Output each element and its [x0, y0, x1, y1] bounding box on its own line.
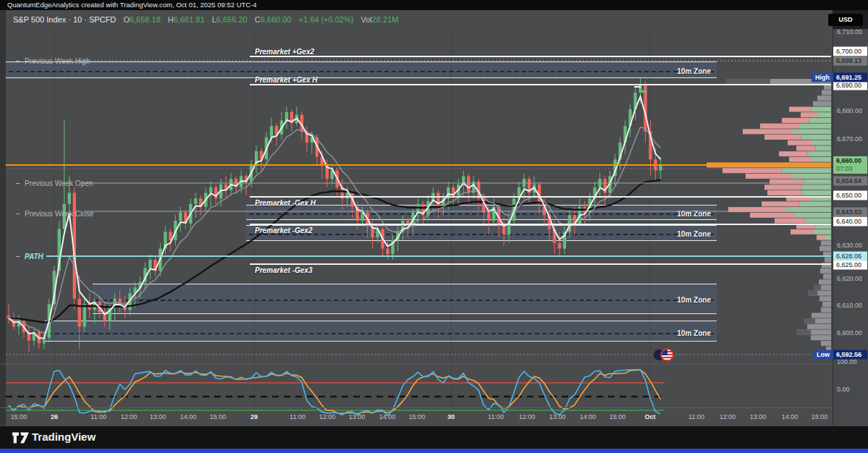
high-tag: High: [812, 73, 833, 82]
ten-minute-zone: 10m Zone: [93, 284, 717, 314]
time-tick: 13:00: [150, 413, 167, 420]
footer-bar: TradingView: [0, 426, 868, 449]
high-price-label: 6,691.25: [833, 73, 867, 82]
time-tick: 11:00: [90, 413, 106, 420]
time-tick: 13:00: [349, 413, 366, 420]
level-tick-dash: [16, 183, 20, 184]
time-tick: 14:00: [782, 413, 799, 420]
ten-minute-zone: 10m Zone: [246, 225, 717, 241]
symbol-header[interactable]: S&P 500 Index · 10 · SPCFD O6,658.18 H6,…: [6, 10, 831, 29]
footer-accent-strip: [0, 449, 868, 453]
level-label-premarket-gex3: Premarket -Gex3: [255, 266, 313, 274]
low-tag: Low: [813, 350, 833, 360]
current-price-value: 6,660.00: [836, 156, 867, 165]
watermark-bar: QuantumEdgeAnalytics created with Tradin…: [0, 0, 868, 10]
price-tick: 6,630.00: [833, 242, 868, 249]
chart-left-edge: [0, 10, 6, 426]
price-tick: 6,620.00: [833, 275, 868, 282]
currency-toggle-button[interactable]: USD: [828, 14, 863, 26]
level-label-premarket-gex2: Premarket +Gex2: [255, 48, 314, 56]
level-label-previous-week-close: Previous Week Close: [25, 210, 93, 218]
price-tick: 6,710.00: [833, 28, 868, 35]
ten-minute-zone: 10m Zone: [45, 321, 717, 342]
tradingview-brand-text[interactable]: TradingView: [32, 431, 96, 443]
zone-label: 10m Zone: [677, 329, 711, 337]
zone-mid-dashed-line: [96, 300, 714, 301]
price-line-label: 6,625.00: [833, 261, 867, 270]
level-label-previous-week-open: Previous Week Open: [25, 179, 93, 187]
price-line-label: 6,650.00: [833, 191, 867, 200]
time-tick: 15:00: [409, 413, 426, 420]
zone-label: 10m Zone: [677, 67, 711, 75]
time-tick: 15:00: [210, 413, 227, 420]
high-label: H: [168, 15, 174, 24]
volume-value: 28.21M: [372, 15, 399, 24]
time-tick: 13:00: [750, 413, 767, 420]
time-tick: 14:00: [580, 413, 597, 420]
time-tick: 12:00: [121, 413, 138, 420]
level-label-premarket-gex-h: Premarket -Gex H: [255, 199, 316, 207]
exchange-name: SPCFD: [89, 15, 116, 24]
level-tick-dash: [16, 256, 20, 257]
time-tick: 15:00: [812, 413, 828, 420]
open-label: O: [123, 15, 130, 24]
price-tick: 6,600.00: [833, 329, 868, 336]
time-tick: 15:00: [610, 413, 626, 420]
interval-value[interactable]: 10: [73, 15, 82, 24]
time-tick-day: 30: [447, 413, 455, 420]
level-label-premarket-gex2: Premarket -Gex2: [255, 226, 313, 234]
level-label-premarket-gex-h: Premarket +Gex H: [255, 76, 317, 84]
low-value: 6,656.20: [216, 15, 248, 24]
time-tick: 11:00: [488, 413, 504, 420]
zone-mid-dashed-line: [9, 71, 714, 72]
ten-minute-zone: 10m Zone: [6, 62, 717, 78]
time-tick: 14:00: [379, 413, 396, 420]
previous-week-price-label: 6,699.13: [833, 56, 867, 66]
current-price-label: 6,660.0007:03: [833, 156, 867, 174]
price-tick: 6,610.00: [833, 302, 868, 309]
zone-mid-dashed-line: [48, 333, 714, 334]
time-tick: 15:00: [11, 413, 28, 420]
price-tick: 0.00: [833, 386, 868, 393]
time-tick: 14:00: [180, 413, 197, 420]
close-label: C: [255, 15, 261, 24]
price-tick: 6,670.00: [833, 135, 868, 143]
zone-label: 10m Zone: [677, 210, 711, 218]
us-flag-icon: [660, 348, 674, 362]
time-tick-day: 29: [250, 413, 258, 420]
previous-week-price-label: 6,643.63: [833, 208, 867, 217]
open-value: 6,658.18: [130, 15, 161, 24]
watermark-text: QuantumEdgeAnalytics created with Tradin…: [7, 1, 257, 9]
price-line-label: 6,640.00: [833, 217, 867, 226]
price-tick: 6,680.00: [833, 107, 868, 114]
zone-mid-dashed-line: [249, 234, 714, 235]
price-tick: 100.00: [833, 358, 868, 365]
volume-label: Vol: [361, 15, 371, 24]
close-value: 6,660.00: [261, 15, 292, 24]
time-tick-day: Oct: [644, 413, 655, 420]
level-label-path: PATH: [25, 253, 43, 261]
bar-countdown: 07:03: [836, 165, 867, 173]
zone-label: 10m Zone: [677, 230, 711, 238]
time-tick: 11:00: [290, 413, 306, 420]
time-tick-day: 26: [51, 413, 58, 420]
low-price-label: 6,592.56: [833, 350, 867, 360]
level-tick-dash: [16, 61, 20, 62]
previous-week-price-label: 6,654.64: [833, 177, 867, 186]
symbol-name[interactable]: S&P 500 Index: [13, 15, 66, 24]
high-value: 6,661.81: [174, 15, 205, 24]
change-value: +1.64 (+0.02%): [299, 15, 354, 24]
time-axis[interactable]: 15:002611:0012:0013:0014:0015:002911:001…: [0, 407, 833, 426]
price-line-label: 6,700.00: [833, 47, 867, 56]
zone-mid-dashed-line: [249, 213, 714, 215]
path-price-label: 6,628.06: [833, 252, 867, 261]
time-tick: 12:00: [519, 413, 536, 420]
time-tick: 11:00: [688, 413, 704, 420]
ten-minute-zone: 10m Zone: [246, 205, 717, 220]
level-tick-dash: [16, 213, 20, 214]
time-tick: 12:00: [319, 413, 336, 420]
level-label-previous-week-high: Previous Week High: [25, 57, 90, 65]
time-tick: 12:00: [720, 413, 736, 420]
time-tick: 13:00: [549, 413, 566, 420]
tradingview-logo-icon[interactable]: [12, 431, 30, 444]
